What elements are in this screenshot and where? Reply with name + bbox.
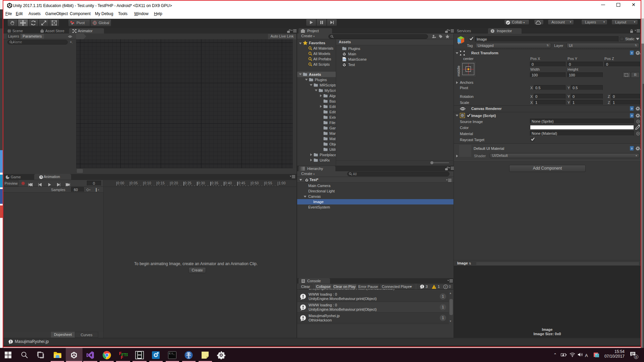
svg-text:?: ?: [631, 107, 633, 110]
svg-text:!: !: [445, 285, 446, 289]
svg-text:?: ?: [631, 114, 633, 117]
svg-text:!: !: [434, 286, 435, 289]
svg-text:i: i: [492, 29, 493, 33]
svg-text:C:\_: C:\_: [169, 352, 175, 355]
svg-text:?: ?: [631, 52, 633, 55]
svg-text:F: F: [121, 355, 123, 359]
svg-text:?: ?: [631, 147, 633, 150]
svg-text:C#: C#: [343, 58, 346, 61]
